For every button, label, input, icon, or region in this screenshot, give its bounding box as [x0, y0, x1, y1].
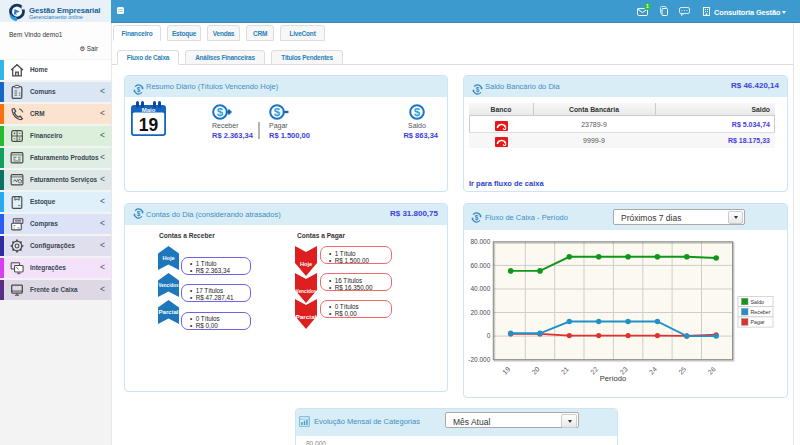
- svg-text:Período: Período: [600, 374, 627, 383]
- svg-text:20.000: 20.000: [470, 309, 490, 316]
- svg-text:Saldo: Saldo: [751, 299, 765, 305]
- svg-text:Vencidos: Vencidos: [159, 281, 179, 287]
- svg-text:Vencidos: Vencidos: [296, 288, 317, 294]
- svg-text:Hoje: Hoje: [162, 254, 174, 260]
- svg-text:19: 19: [501, 365, 511, 375]
- svg-text:Hoje: Hoje: [300, 261, 312, 267]
- svg-text:Receber: Receber: [751, 309, 771, 315]
- svg-text:0: 0: [487, 332, 491, 339]
- svg-text:22: 22: [589, 365, 599, 375]
- svg-text:$: $: [136, 85, 140, 93]
- svg-text:$: $: [475, 85, 479, 93]
- svg-text:19: 19: [139, 115, 159, 135]
- svg-text:$: $: [217, 106, 224, 118]
- svg-text:$: $: [136, 209, 140, 217]
- svg-text:21: 21: [560, 365, 570, 375]
- svg-text:40.000: 40.000: [470, 285, 490, 292]
- svg-text:Pagar: Pagar: [751, 319, 765, 325]
- svg-text:20: 20: [530, 365, 540, 375]
- svg-text:$: $: [274, 106, 281, 118]
- svg-text:25: 25: [677, 365, 687, 375]
- svg-text:80.000: 80.000: [470, 238, 490, 245]
- svg-text:Parcial: Parcial: [159, 309, 179, 315]
- svg-text:60.000: 60.000: [470, 262, 490, 269]
- svg-text:-20.000: -20.000: [468, 356, 490, 363]
- svg-text:$: $: [414, 106, 421, 118]
- svg-text:26: 26: [707, 365, 717, 375]
- svg-text:Parcial: Parcial: [296, 314, 317, 320]
- svg-text:24: 24: [648, 365, 658, 375]
